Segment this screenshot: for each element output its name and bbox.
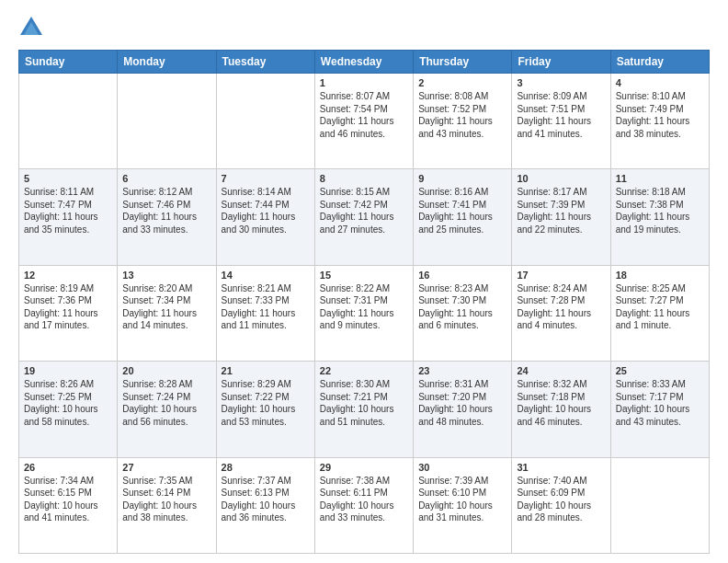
day-cell: 17Sunrise: 8:24 AM Sunset: 7:28 PM Dayli… (512, 265, 610, 361)
day-number: 22 (320, 365, 408, 376)
week-row-2: 5Sunrise: 8:11 AM Sunset: 7:47 PM Daylig… (19, 169, 710, 265)
day-number: 28 (222, 462, 310, 473)
day-number: 6 (122, 173, 210, 184)
day-cell: 10Sunrise: 8:17 AM Sunset: 7:39 PM Dayli… (512, 169, 610, 265)
day-number: 2 (418, 77, 506, 88)
week-row-5: 26Sunrise: 7:34 AM Sunset: 6:15 PM Dayli… (19, 457, 710, 553)
day-number: 4 (616, 77, 704, 88)
day-info: Sunrise: 8:19 AM Sunset: 7:36 PM Dayligh… (24, 282, 112, 332)
day-info: Sunrise: 8:07 AM Sunset: 7:54 PM Dayligh… (320, 90, 408, 140)
day-number: 9 (418, 173, 506, 184)
day-header-friday: Friday (512, 51, 610, 74)
day-cell: 8Sunrise: 8:15 AM Sunset: 7:42 PM Daylig… (314, 169, 413, 265)
day-info: Sunrise: 8:20 AM Sunset: 7:34 PM Dayligh… (122, 282, 210, 332)
logo (18, 15, 48, 40)
day-number: 16 (418, 270, 506, 281)
day-header-sunday: Sunday (19, 51, 118, 74)
day-cell: 2Sunrise: 8:08 AM Sunset: 7:52 PM Daylig… (414, 74, 512, 169)
day-cell: 31Sunrise: 7:40 AM Sunset: 6:09 PM Dayli… (512, 457, 610, 553)
header (18, 15, 710, 40)
day-number: 31 (517, 462, 605, 473)
day-number: 10 (517, 173, 605, 184)
day-header-wednesday: Wednesday (314, 51, 413, 74)
day-header-saturday: Saturday (610, 51, 709, 74)
day-number: 18 (616, 270, 704, 281)
day-cell: 27Sunrise: 7:35 AM Sunset: 6:14 PM Dayli… (118, 457, 216, 553)
day-cell: 4Sunrise: 8:10 AM Sunset: 7:49 PM Daylig… (610, 74, 709, 169)
day-cell: 6Sunrise: 8:12 AM Sunset: 7:46 PM Daylig… (118, 169, 216, 265)
day-info: Sunrise: 8:11 AM Sunset: 7:47 PM Dayligh… (24, 186, 112, 236)
day-number: 23 (418, 365, 506, 376)
day-info: Sunrise: 8:17 AM Sunset: 7:39 PM Dayligh… (517, 186, 605, 236)
day-cell: 9Sunrise: 8:16 AM Sunset: 7:41 PM Daylig… (414, 169, 512, 265)
day-info: Sunrise: 7:35 AM Sunset: 6:14 PM Dayligh… (122, 475, 210, 524)
day-cell: 16Sunrise: 8:23 AM Sunset: 7:30 PM Dayli… (414, 265, 512, 361)
calendar: SundayMondayTuesdayWednesdayThursdayFrid… (18, 50, 710, 554)
day-cell: 22Sunrise: 8:30 AM Sunset: 7:21 PM Dayli… (314, 362, 413, 457)
day-number: 14 (222, 270, 310, 281)
day-number: 13 (122, 270, 210, 281)
day-cell: 15Sunrise: 8:22 AM Sunset: 7:31 PM Dayli… (314, 265, 413, 361)
day-cell: 21Sunrise: 8:29 AM Sunset: 7:22 PM Dayli… (216, 362, 314, 457)
day-info: Sunrise: 8:08 AM Sunset: 7:52 PM Dayligh… (418, 90, 506, 140)
day-number: 7 (222, 173, 310, 184)
day-cell: 26Sunrise: 7:34 AM Sunset: 6:15 PM Dayli… (19, 457, 118, 553)
day-cell: 18Sunrise: 8:25 AM Sunset: 7:27 PM Dayli… (610, 265, 709, 361)
day-info: Sunrise: 8:22 AM Sunset: 7:31 PM Dayligh… (320, 282, 408, 332)
day-info: Sunrise: 8:33 AM Sunset: 7:17 PM Dayligh… (616, 378, 704, 428)
day-info: Sunrise: 8:10 AM Sunset: 7:49 PM Dayligh… (616, 90, 704, 140)
day-info: Sunrise: 8:12 AM Sunset: 7:46 PM Dayligh… (122, 186, 210, 236)
week-row-3: 12Sunrise: 8:19 AM Sunset: 7:36 PM Dayli… (19, 265, 710, 361)
day-info: Sunrise: 8:24 AM Sunset: 7:28 PM Dayligh… (517, 282, 605, 332)
day-number: 30 (418, 462, 506, 473)
day-number: 21 (222, 365, 310, 376)
day-number: 20 (122, 365, 210, 376)
day-info: Sunrise: 8:31 AM Sunset: 7:20 PM Dayligh… (418, 378, 506, 428)
day-info: Sunrise: 7:37 AM Sunset: 6:13 PM Dayligh… (222, 475, 310, 524)
calendar-header-row: SundayMondayTuesdayWednesdayThursdayFrid… (19, 51, 710, 74)
day-info: Sunrise: 8:09 AM Sunset: 7:51 PM Dayligh… (517, 90, 605, 140)
day-number: 25 (616, 365, 704, 376)
day-cell: 12Sunrise: 8:19 AM Sunset: 7:36 PM Dayli… (19, 265, 118, 361)
day-info: Sunrise: 7:40 AM Sunset: 6:09 PM Dayligh… (517, 475, 605, 524)
day-info: Sunrise: 7:39 AM Sunset: 6:10 PM Dayligh… (418, 475, 506, 524)
day-cell (216, 74, 314, 169)
day-number: 29 (320, 462, 408, 473)
day-cell: 1Sunrise: 8:07 AM Sunset: 7:54 PM Daylig… (314, 74, 413, 169)
day-cell: 7Sunrise: 8:14 AM Sunset: 7:44 PM Daylig… (216, 169, 314, 265)
day-info: Sunrise: 8:32 AM Sunset: 7:18 PM Dayligh… (517, 378, 605, 428)
day-cell: 5Sunrise: 8:11 AM Sunset: 7:47 PM Daylig… (19, 169, 118, 265)
day-number: 5 (24, 173, 112, 184)
day-cell: 29Sunrise: 7:38 AM Sunset: 6:11 PM Dayli… (314, 457, 413, 553)
day-number: 8 (320, 173, 408, 184)
day-number: 1 (320, 77, 408, 88)
day-number: 26 (24, 462, 112, 473)
day-header-tuesday: Tuesday (216, 51, 314, 74)
week-row-1: 1Sunrise: 8:07 AM Sunset: 7:54 PM Daylig… (19, 74, 710, 169)
day-cell (118, 74, 216, 169)
page: SundayMondayTuesdayWednesdayThursdayFrid… (0, 0, 728, 563)
day-cell: 24Sunrise: 8:32 AM Sunset: 7:18 PM Dayli… (512, 362, 610, 457)
day-info: Sunrise: 7:34 AM Sunset: 6:15 PM Dayligh… (24, 475, 112, 524)
day-info: Sunrise: 8:28 AM Sunset: 7:24 PM Dayligh… (122, 378, 210, 428)
logo-icon (18, 15, 44, 40)
day-info: Sunrise: 8:25 AM Sunset: 7:27 PM Dayligh… (616, 282, 704, 332)
day-info: Sunrise: 8:18 AM Sunset: 7:38 PM Dayligh… (616, 186, 704, 236)
day-cell: 28Sunrise: 7:37 AM Sunset: 6:13 PM Dayli… (216, 457, 314, 553)
day-info: Sunrise: 8:29 AM Sunset: 7:22 PM Dayligh… (222, 378, 310, 428)
day-cell: 30Sunrise: 7:39 AM Sunset: 6:10 PM Dayli… (414, 457, 512, 553)
day-number: 12 (24, 270, 112, 281)
day-cell: 25Sunrise: 8:33 AM Sunset: 7:17 PM Dayli… (610, 362, 709, 457)
day-cell: 13Sunrise: 8:20 AM Sunset: 7:34 PM Dayli… (118, 265, 216, 361)
day-info: Sunrise: 8:21 AM Sunset: 7:33 PM Dayligh… (222, 282, 310, 332)
day-header-monday: Monday (118, 51, 216, 74)
day-number: 11 (616, 173, 704, 184)
day-number: 3 (517, 77, 605, 88)
day-number: 27 (122, 462, 210, 473)
day-info: Sunrise: 8:15 AM Sunset: 7:42 PM Dayligh… (320, 186, 408, 236)
day-info: Sunrise: 8:30 AM Sunset: 7:21 PM Dayligh… (320, 378, 408, 428)
day-number: 24 (517, 365, 605, 376)
day-cell: 20Sunrise: 8:28 AM Sunset: 7:24 PM Dayli… (118, 362, 216, 457)
day-cell: 19Sunrise: 8:26 AM Sunset: 7:25 PM Dayli… (19, 362, 118, 457)
day-cell (610, 457, 709, 553)
